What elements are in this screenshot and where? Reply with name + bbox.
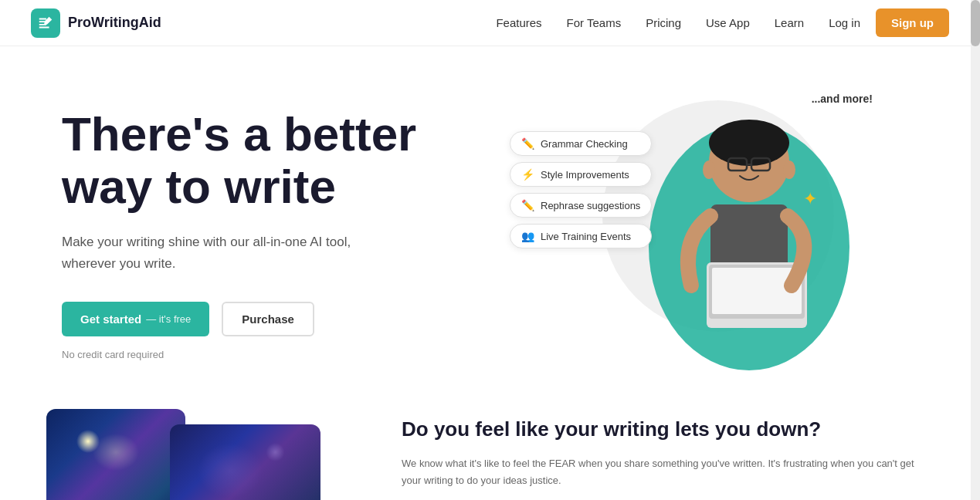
- nav-use-app[interactable]: Use App: [706, 16, 750, 29]
- hero-section: There's a better way to write Make your …: [0, 46, 980, 394]
- svg-point-6: [703, 160, 715, 179]
- logo-link[interactable]: ProWritingAid: [31, 8, 161, 38]
- lower-title: Do you feel like your writing lets you d…: [402, 417, 918, 443]
- nav-for-teams[interactable]: For Teams: [567, 16, 622, 29]
- svg-text:✦: ✦: [803, 189, 817, 208]
- lower-section: My idea in my head Do you feel like your…: [0, 394, 980, 500]
- swirl-image: [170, 424, 320, 500]
- lower-title-text: Do you feel like your writing lets you d…: [402, 417, 821, 441]
- pill-style-label: Style Improvements: [541, 169, 629, 181]
- hero-buttons: Get started — it's free Purchase: [62, 302, 510, 336]
- training-icon: 👥: [521, 230, 534, 242]
- brand-name: ProWritingAid: [68, 15, 161, 31]
- lower-left: My idea in my head: [46, 409, 340, 500]
- nav-pricing[interactable]: Pricing: [646, 16, 681, 29]
- nav-features[interactable]: Features: [496, 16, 541, 29]
- nav-right: Log in Sign up: [829, 8, 949, 37]
- pill-grammar-label: Grammar Checking: [541, 138, 628, 150]
- image-card-1: [46, 409, 185, 500]
- hero-subtitle: Make your writing shine with our all-in-…: [62, 231, 355, 273]
- signup-button[interactable]: Sign up: [876, 8, 949, 37]
- get-started-label: Get started: [80, 312, 141, 326]
- hero-title-line1: There's a better: [62, 107, 416, 160]
- logo-icon: [31, 8, 60, 38]
- starry-night-image: [46, 409, 185, 500]
- person-svg: ✦: [626, 85, 857, 378]
- get-started-button[interactable]: Get started — it's free: [62, 302, 209, 336]
- scrollbar[interactable]: [971, 0, 980, 500]
- hero-title-line2: way to write: [62, 160, 336, 213]
- pill-grammar: ✏️ Grammar Checking: [510, 131, 652, 156]
- person-illustration: ✦: [626, 85, 857, 378]
- image-card-2: [170, 424, 320, 500]
- feature-pills: ✏️ Grammar Checking ⚡ Style Improvements…: [510, 131, 652, 248]
- login-link[interactable]: Log in: [829, 16, 860, 29]
- scrollbar-thumb[interactable]: [971, 0, 980, 46]
- pill-rephrase: ✏️ Rephrase suggestions: [510, 193, 652, 218]
- pill-training-label: Live Training Events: [541, 231, 631, 242]
- free-label: — it's free: [146, 313, 191, 325]
- image-stack: My idea in my head: [46, 409, 309, 500]
- nav-links: Features For Teams Pricing Use App Learn: [496, 16, 804, 30]
- rephrase-icon: ✏️: [521, 199, 534, 211]
- logo-svg: [37, 15, 54, 32]
- hero-title: There's a better way to write: [62, 108, 510, 213]
- pill-rephrase-label: Rephrase suggestions: [541, 200, 640, 211]
- lower-right: Do you feel like your writing lets you d…: [402, 409, 918, 489]
- navbar: ProWritingAid Features For Teams Pricing…: [0, 0, 980, 46]
- hero-left: There's a better way to write Make your …: [62, 93, 510, 360]
- style-icon: ⚡: [521, 168, 534, 181]
- lower-text: We know what it's like to feel the FEAR …: [402, 455, 918, 489]
- grammar-icon: ✏️: [521, 137, 534, 150]
- svg-point-7: [783, 160, 795, 179]
- svg-point-2: [709, 120, 789, 166]
- nav-learn[interactable]: Learn: [775, 16, 804, 29]
- purchase-button[interactable]: Purchase: [222, 302, 314, 336]
- no-credit-text: No credit card required: [62, 349, 510, 360]
- pill-training: 👥 Live Training Events: [510, 224, 652, 248]
- pill-style: ⚡ Style Improvements: [510, 162, 652, 187]
- hero-right: ...and more!: [510, 85, 880, 363]
